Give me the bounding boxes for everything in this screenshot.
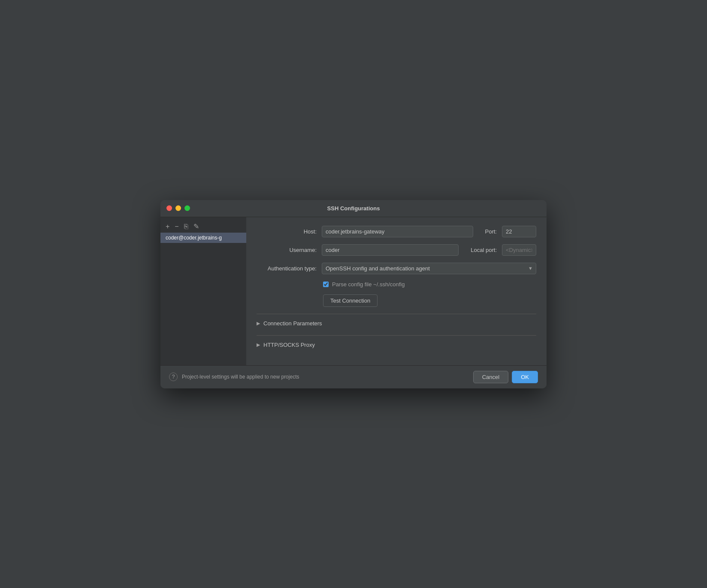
- auth-type-select[interactable]: OpenSSH config and authentication agent …: [322, 263, 536, 274]
- chevron-right-icon-2: ▶: [257, 342, 260, 348]
- parse-config-row: Parse config file ~/.ssh/config: [257, 281, 536, 288]
- window-controls: [166, 206, 190, 211]
- copy-config-button[interactable]: ⎘: [182, 222, 190, 231]
- edit-config-button[interactable]: ✎: [192, 222, 201, 231]
- cancel-button[interactable]: Cancel: [473, 371, 508, 383]
- connection-params-title: Connection Parameters: [263, 320, 322, 327]
- http-socks-section: ▶ HTTP/SOCKS Proxy: [257, 335, 536, 350]
- auth-type-row: Authentication type: OpenSSH config and …: [257, 263, 536, 274]
- sidebar-item-label: coder@coder.jetbrains-g: [166, 235, 222, 241]
- status-text: Project-level settings will be applied t…: [182, 374, 299, 380]
- connection-params-header[interactable]: ▶ Connection Parameters: [257, 318, 536, 328]
- maximize-button[interactable]: [184, 206, 190, 211]
- port-input[interactable]: [502, 226, 536, 237]
- auth-type-wrapper: OpenSSH config and authentication agent …: [322, 263, 536, 274]
- dialog-title: SSH Configurations: [327, 205, 380, 212]
- parse-config-checkbox[interactable]: [323, 282, 329, 287]
- port-label: Port:: [485, 228, 497, 235]
- test-connection-row: Test Connection: [257, 294, 536, 307]
- http-socks-header[interactable]: ▶ HTTP/SOCKS Proxy: [257, 340, 536, 350]
- dialog-body: + − ⎘ ✎ coder@coder.jetbrains-g Host: Po…: [160, 217, 547, 365]
- sidebar-toolbar: + − ⎘ ✎: [160, 221, 246, 233]
- sidebar-item-coder[interactable]: coder@coder.jetbrains-g: [160, 233, 246, 243]
- remove-config-button[interactable]: −: [173, 222, 180, 231]
- host-label: Host:: [257, 228, 317, 235]
- test-connection-button[interactable]: Test Connection: [323, 294, 378, 307]
- auth-type-label: Authentication type:: [257, 265, 317, 272]
- footer-bar: ? Project-level settings will be applied…: [160, 365, 547, 388]
- sidebar: + − ⎘ ✎ coder@coder.jetbrains-g: [160, 217, 246, 365]
- main-content: Host: Port: Username: Local port: Authen…: [246, 217, 547, 365]
- host-input[interactable]: [322, 226, 473, 237]
- add-config-button[interactable]: +: [164, 222, 171, 231]
- ok-button[interactable]: OK: [512, 371, 538, 383]
- local-port-label: Local port:: [471, 247, 497, 253]
- ssh-configurations-dialog: SSH Configurations + − ⎘ ✎ coder@coder.j…: [160, 200, 547, 388]
- username-input[interactable]: [322, 244, 459, 256]
- minimize-button[interactable]: [175, 206, 181, 211]
- chevron-right-icon: ▶: [257, 321, 260, 326]
- username-label: Username:: [257, 247, 317, 253]
- host-port-row: Host: Port:: [257, 226, 536, 237]
- parse-config-label: Parse config file ~/.ssh/config: [332, 281, 405, 288]
- footer-right: Cancel OK: [473, 371, 538, 383]
- username-localport-row: Username: Local port:: [257, 244, 536, 256]
- title-bar: SSH Configurations: [160, 200, 547, 217]
- http-socks-title: HTTP/SOCKS Proxy: [263, 342, 315, 348]
- connection-params-section: ▶ Connection Parameters: [257, 314, 536, 328]
- close-button[interactable]: [166, 206, 172, 211]
- footer-left: ? Project-level settings will be applied…: [169, 373, 299, 381]
- local-port-input[interactable]: [502, 244, 536, 256]
- help-button[interactable]: ?: [169, 373, 178, 381]
